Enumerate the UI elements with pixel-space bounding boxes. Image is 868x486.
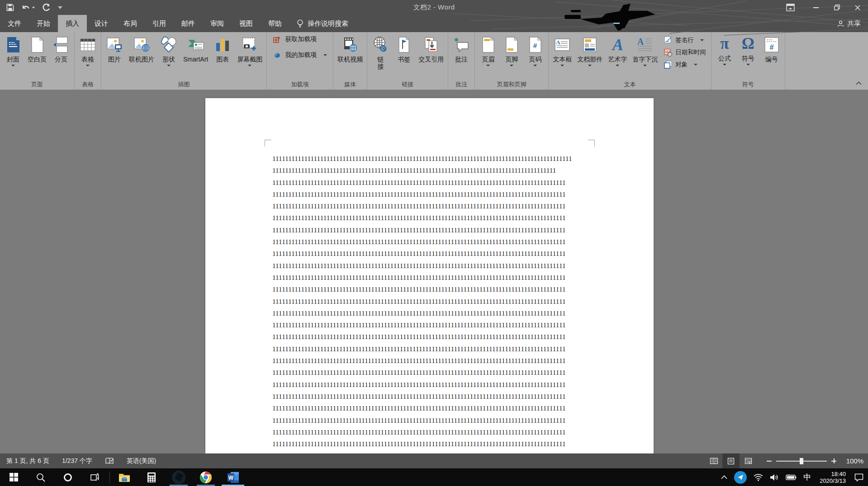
header-button[interactable]: 页眉 [476, 34, 500, 67]
tab-review[interactable]: 审阅 [203, 15, 232, 32]
get-addins-button[interactable]: 获取加载项 [273, 35, 327, 43]
proofing-status[interactable] [105, 458, 114, 465]
wifi-icon[interactable] [754, 474, 763, 481]
date-time-button[interactable]: 日期和时间 [664, 48, 706, 57]
zoom-out-button[interactable] [767, 461, 772, 462]
shapes-button[interactable]: 形状 [157, 34, 180, 67]
bookmark-button[interactable]: 书签 [392, 34, 416, 64]
tray-chevron-icon[interactable] [721, 475, 727, 479]
undo-icon[interactable] [21, 4, 30, 11]
chart-button[interactable]: 图表 [211, 34, 234, 64]
start-button[interactable] [0, 468, 27, 486]
link-button[interactable]: 链接 [369, 34, 392, 71]
dropdown-arrow-icon [694, 64, 697, 66]
table-button[interactable]: 表格 [76, 34, 100, 67]
screenshot-button[interactable]: 屏幕截图 [234, 34, 265, 67]
zoom-in-button[interactable] [831, 458, 836, 463]
battery-icon[interactable] [786, 474, 797, 480]
dropdown-arrow-icon [560, 65, 564, 66]
wordart-button[interactable]: A 艺术字 [605, 34, 630, 67]
web-layout-button[interactable] [740, 453, 757, 468]
tab-references[interactable]: 引用 [145, 15, 174, 32]
word-button[interactable]: W [219, 468, 247, 486]
tab-help[interactable]: 帮助 [261, 15, 289, 32]
shapes-icon [160, 36, 177, 53]
calculator-button[interactable] [138, 468, 165, 486]
search-button[interactable] [27, 468, 54, 486]
svg-text:A: A [637, 37, 644, 47]
zoom-level[interactable]: 100% [843, 457, 863, 465]
svg-text:#: # [533, 42, 537, 49]
print-layout-button[interactable] [722, 453, 740, 468]
footer-icon [503, 36, 520, 53]
clock[interactable]: 18:40 2020/3/13 [820, 471, 846, 484]
pictures-button[interactable]: 图片 [103, 34, 126, 64]
document-text[interactable]: 1111111111111111111111111111111111111111… [272, 153, 594, 453]
group-label-addins: 加载项 [267, 80, 333, 89]
zoom-slider[interactable] [776, 461, 827, 462]
collapse-ribbon-icon[interactable] [856, 79, 862, 87]
footer-button[interactable]: 页脚 [500, 34, 523, 67]
equation-button[interactable]: π 公式 [713, 34, 736, 66]
cover-page-button[interactable]: 封面 [1, 34, 25, 67]
dark-app-button[interactable] [165, 468, 192, 486]
online-video-button[interactable]: 联机视频 [335, 34, 365, 64]
share-button[interactable]: 共享 [837, 15, 861, 32]
smartart-button[interactable]: SmartArt [180, 34, 211, 64]
chrome-button[interactable] [192, 468, 219, 486]
signature-line-icon [664, 36, 672, 44]
drop-cap-button[interactable]: A 首字下沉 [630, 34, 660, 67]
save-icon[interactable] [6, 4, 14, 11]
redo-icon[interactable] [42, 4, 51, 12]
ime-indicator[interactable]: 中 [803, 472, 811, 482]
file-explorer-button[interactable] [111, 468, 138, 486]
tab-home[interactable]: 开始 [29, 15, 58, 32]
wordart-icon: A [609, 36, 626, 53]
number-button[interactable]: # 编号 [760, 34, 783, 64]
symbol-button[interactable]: Ω 符号 [736, 34, 760, 66]
header-icon [479, 36, 497, 53]
speaker-icon[interactable] [770, 474, 779, 481]
cortana-button[interactable] [54, 468, 81, 486]
customize-qat-icon[interactable] [58, 6, 62, 9]
document-line: 1111111111111111111111111111111111111111… [272, 307, 594, 319]
text-box-button[interactable]: A 文本框 [550, 34, 574, 67]
undo-dropdown-icon[interactable] [32, 7, 35, 9]
group-label-links: 链接 [367, 80, 448, 89]
tell-me-search[interactable]: 操作说明搜索 [297, 15, 348, 32]
close-button[interactable] [847, 0, 868, 15]
read-mode-button[interactable] [705, 453, 722, 468]
taskbar: W 中 18:40 2020/3/13 [0, 468, 868, 486]
document-page[interactable]: 1111111111111111111111111111111111111111… [205, 98, 654, 453]
language-indicator[interactable]: 英语(美国) [127, 457, 156, 465]
messenger-tray-icon[interactable] [734, 471, 747, 484]
tab-design[interactable]: 设计 [87, 15, 116, 32]
my-addins-button[interactable]: 我的加载项 [273, 51, 327, 59]
tab-insert[interactable]: 插入 [58, 15, 87, 32]
online-pictures-button[interactable]: 联机图片 [126, 34, 157, 64]
ribbon-display-options-icon[interactable] [781, 0, 799, 15]
signature-line-button[interactable]: 签名行 [664, 36, 706, 44]
page-break-button[interactable]: 分页 [49, 34, 73, 64]
restore-button[interactable] [826, 0, 847, 15]
tab-layout[interactable]: 布局 [116, 15, 145, 32]
tab-file[interactable]: 文件 [0, 15, 29, 32]
zoom-slider-thumb[interactable] [800, 458, 803, 464]
tab-view[interactable]: 视图 [232, 15, 261, 32]
page-indicator[interactable]: 第 1 页, 共 6 页 [6, 457, 49, 465]
object-button[interactable]: 对象 [664, 61, 706, 69]
cross-reference-button[interactable]: 交叉引用 [416, 34, 446, 64]
dropdown-arrow-icon [643, 65, 647, 66]
comment-button[interactable]: 批注 [450, 34, 473, 64]
cross-reference-icon [422, 36, 440, 53]
online-pictures-icon [133, 36, 150, 53]
word-count[interactable]: 1/237 个字 [62, 457, 92, 465]
tab-mailings[interactable]: 邮件 [174, 15, 203, 32]
quick-parts-button[interactable]: 文档部件 [574, 34, 605, 67]
page-number-button[interactable]: # 页码 [523, 34, 547, 67]
action-center-icon[interactable] [854, 473, 863, 481]
task-view-button[interactable] [81, 468, 109, 486]
document-line: 1111111111111111111111111111111111111111… [272, 272, 594, 283]
minimize-button[interactable] [806, 0, 826, 15]
blank-page-button[interactable]: 空白页 [25, 34, 49, 64]
